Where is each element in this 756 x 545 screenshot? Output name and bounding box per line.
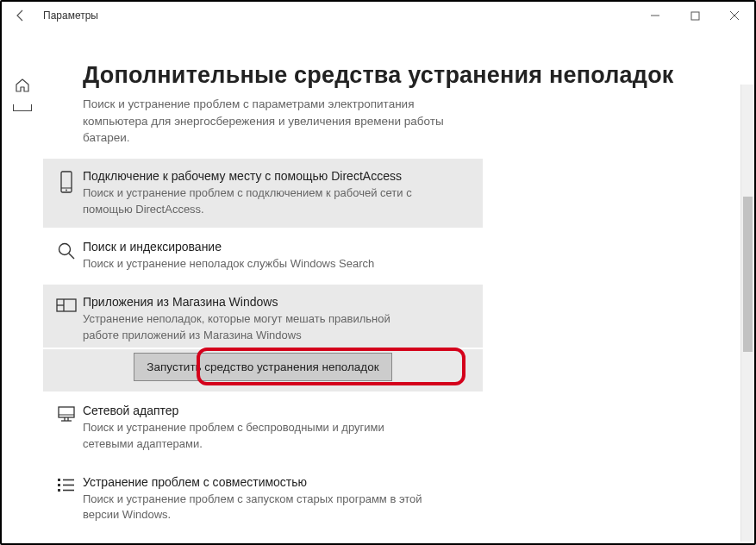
svg-rect-1	[691, 12, 699, 20]
arrow-left-icon	[14, 9, 28, 22]
titlebar: Параметры	[2, 2, 754, 29]
minimize-button[interactable]	[635, 2, 675, 29]
store-app-icon	[50, 295, 83, 344]
close-button[interactable]	[715, 2, 754, 29]
page-title: Дополнительные средства устранения непол…	[83, 62, 746, 89]
left-gutter	[2, 29, 43, 543]
item-title: Приложения из Магазина Windows	[83, 295, 472, 309]
back-button[interactable]	[14, 9, 43, 22]
svg-line-8	[69, 254, 74, 259]
minimize-icon	[650, 10, 660, 21]
compat-list-icon	[50, 475, 83, 524]
item-compat[interactable]: Устранение проблем с совместимостью Поис…	[43, 465, 483, 535]
run-troubleshooter-button[interactable]: Запустить средство устранения неполадок	[134, 353, 391, 381]
svg-rect-19	[58, 489, 60, 492]
item-desc: Поиск и устранение проблем с беспроводны…	[83, 420, 428, 453]
window-controls	[635, 2, 754, 29]
item-title: Поиск и индексирование	[83, 240, 472, 254]
item-desc: Поиск и устранение неполадок службы Wind…	[83, 256, 428, 272]
item-desc: Устранение неполадок, которые могут меша…	[83, 311, 428, 344]
item-desc: Поиск и устранение проблем с подключение…	[83, 185, 428, 218]
run-troubleshooter-row: Запустить средство устранения неполадок	[43, 349, 483, 392]
item-title: Сетевой адаптер	[83, 404, 472, 417]
search-icon	[50, 240, 83, 272]
item-title: Устранение проблем с совместимостью	[83, 475, 472, 489]
item-title: Подключение к рабочему месту с помощью D…	[83, 169, 472, 183]
phone-icon	[50, 169, 83, 218]
item-directaccess[interactable]: Подключение к рабочему месту с помощью D…	[43, 159, 483, 229]
main-panel: Дополнительные средства устранения непол…	[43, 29, 754, 543]
svg-point-7	[59, 244, 71, 255]
home-icon[interactable]	[14, 77, 31, 97]
item-desc: Поиск и устранение проблем с запуском ст…	[83, 492, 428, 524]
maximize-button[interactable]	[675, 2, 715, 29]
maximize-icon	[690, 11, 700, 21]
close-icon	[729, 10, 740, 21]
item-network[interactable]: Сетевой адаптер Поиск и устранение пробл…	[43, 393, 483, 463]
svg-point-6	[66, 189, 67, 191]
item-store[interactable]: Приложения из Магазина Windows Устранени…	[43, 285, 483, 348]
item-search[interactable]: Поиск и индексирование Поиск и устранени…	[43, 229, 483, 283]
svg-rect-4	[61, 172, 72, 192]
network-adapter-icon	[50, 404, 83, 453]
scroll-thumb[interactable]	[743, 197, 753, 352]
troubleshooter-list: Подключение к рабочему месту с помощью D…	[43, 159, 483, 535]
svg-rect-12	[59, 407, 74, 417]
home-underline-icon	[13, 104, 32, 111]
svg-rect-18	[58, 484, 60, 486]
svg-rect-17	[58, 479, 60, 481]
scrollbar[interactable]	[740, 85, 754, 542]
page-sublead: Поиск и устранение проблем с параметрами…	[83, 96, 453, 147]
